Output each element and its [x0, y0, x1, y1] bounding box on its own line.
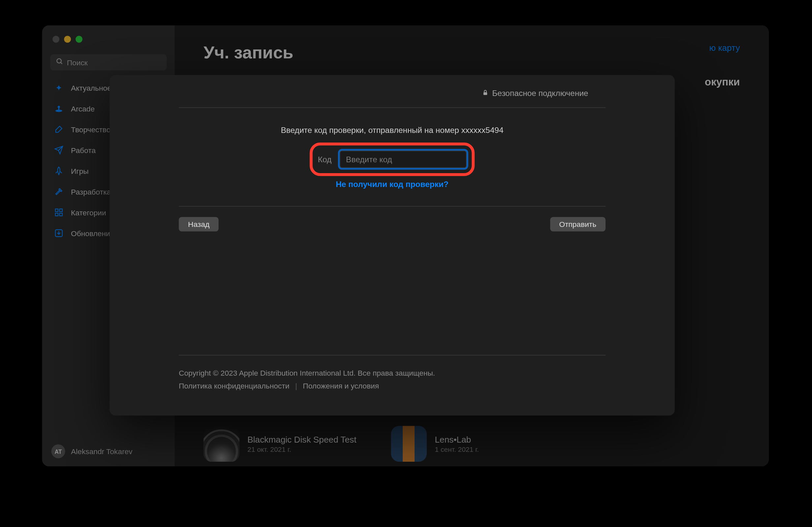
search-input[interactable]: Поиск [50, 54, 167, 71]
sidebar-item-label: Arcade [71, 104, 95, 113]
secure-connection-label: Безопасное подключение [482, 88, 588, 98]
back-button[interactable]: Назад [179, 217, 219, 231]
apps-row: Blackmagic Disk Speed Test 21 окт. 2021 … [175, 426, 769, 467]
app-icon [204, 426, 240, 462]
modal-footer: Copyright © 2023 Apple Distribution Inte… [179, 355, 606, 415]
close-window[interactable] [53, 36, 59, 43]
page-title: Уч. запись [204, 43, 293, 63]
terms-link[interactable]: Положения и условия [303, 380, 379, 393]
plane-icon [54, 145, 64, 155]
sidebar-user[interactable]: AT Aleksandr Tokarev [42, 436, 175, 466]
sidebar-item-label: Обновления [71, 229, 114, 238]
star-icon: ✦ [54, 83, 64, 93]
minimize-window[interactable] [64, 36, 71, 43]
maximize-window[interactable] [75, 36, 82, 43]
app-date: 1 сент. 2021 г. [435, 445, 479, 454]
brush-icon [54, 124, 64, 134]
grid-icon [54, 207, 64, 218]
sidebar-item-label: Категории [71, 208, 106, 217]
svg-line-1 [61, 62, 62, 64]
verification-modal: Безопасное подключение Введите код прове… [110, 75, 675, 416]
submit-button[interactable]: Отправить [550, 217, 606, 231]
svg-rect-7 [55, 213, 58, 216]
app-item[interactable]: Blackmagic Disk Speed Test 21 окт. 2021 … [204, 426, 357, 462]
hammer-icon [54, 186, 64, 197]
svg-rect-6 [60, 209, 62, 212]
copyright-text: Copyright © 2023 Apple Distribution Inte… [179, 367, 606, 380]
search-icon [56, 58, 63, 67]
app-name: Blackmagic Disk Speed Test [247, 434, 357, 444]
privacy-link[interactable]: Политика конфиденциальности [179, 380, 290, 393]
header-link-card[interactable]: ю карту [709, 43, 740, 53]
sidebar-item-label: Игры [71, 167, 89, 175]
sidebar-item-label: Работа [71, 146, 96, 154]
svg-rect-8 [60, 213, 62, 216]
arcade-icon [54, 103, 64, 114]
svg-rect-5 [55, 209, 58, 212]
app-date: 21 окт. 2021 г. [247, 445, 357, 454]
lock-icon [482, 88, 489, 98]
search-placeholder: Поиск [67, 58, 88, 67]
app-icon [391, 426, 427, 462]
code-label: Код [318, 155, 332, 164]
avatar: AT [52, 444, 65, 458]
download-icon [54, 228, 64, 239]
sidebar-item-label: Разработка [71, 187, 111, 196]
code-input[interactable] [340, 151, 467, 168]
svg-point-0 [57, 59, 61, 63]
rocket-icon [54, 166, 64, 176]
purchases-label: окупки [705, 76, 740, 88]
traffic-lights [53, 36, 82, 43]
svg-rect-10 [484, 92, 488, 95]
sidebar-item-label: Творчество [71, 125, 111, 133]
app-item[interactable]: Lens•Lab 1 сент. 2021 г. [391, 426, 479, 462]
svg-rect-4 [58, 108, 60, 110]
sidebar-item-label: Актуальное [71, 83, 111, 92]
user-name: Aleksandr Tokarev [71, 447, 132, 455]
resend-code-link[interactable]: Не получили код проверки? [179, 180, 606, 189]
verification-instruction: Введите код проверки, отправленный на но… [179, 125, 606, 134]
app-name: Lens•Lab [435, 434, 479, 444]
